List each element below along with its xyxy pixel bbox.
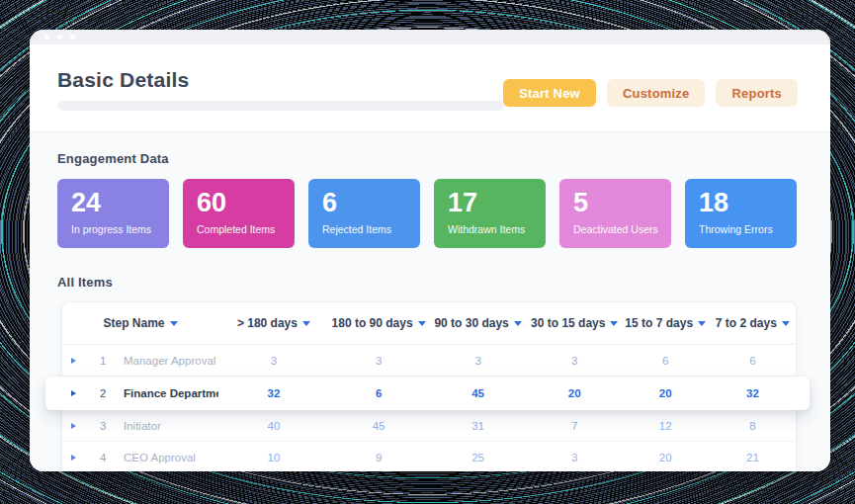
day-bucket-value: 45	[329, 420, 429, 432]
sort-chevron-icon	[418, 321, 426, 326]
stat-card-label: Throwing Errors	[699, 223, 791, 235]
all-items-table: Step Name > 180 days 180 to 90 days 90 t…	[61, 301, 797, 471]
stat-card-value: 18	[699, 190, 791, 216]
day-bucket-value: 3	[528, 452, 622, 463]
table-header-row: Step Name > 180 days 180 to 90 days 90 t…	[62, 302, 796, 345]
stat-cards: 24In progress Items60Completed Items6Rej…	[57, 179, 803, 248]
stat-card-label: Completed Items	[197, 223, 289, 235]
day-bucket-value: 20	[528, 387, 622, 399]
step-name: Finance Department	[124, 387, 218, 399]
expand-triangle-icon[interactable]	[71, 390, 76, 396]
table-row-finance-department[interactable]: 2Finance Department32645202032	[45, 377, 810, 410]
reports-button[interactable]: Reports	[716, 79, 798, 107]
sort-chevron-icon	[302, 321, 310, 326]
stat-card-label: In progress Items	[71, 223, 163, 235]
toolbar: Start New Customize Reports	[503, 79, 798, 107]
column-header-15-to-7-days[interactable]: 15 to 7 days	[622, 316, 710, 330]
row-number: 3	[100, 420, 124, 432]
day-bucket-value: 6	[329, 387, 429, 399]
expand-triangle-icon[interactable]	[71, 358, 76, 364]
column-label: > 180 days	[237, 316, 298, 330]
table-body: 1Manager Approval3333662Finance Departme…	[62, 345, 796, 471]
app-window: Basic Details Start New Customize Report…	[30, 30, 830, 471]
day-bucket-value: 7	[528, 420, 622, 432]
page-title: Basic Details	[57, 68, 189, 92]
stat-card-value: 17	[448, 190, 540, 216]
column-label: Step Name	[103, 316, 164, 330]
window-control-dot[interactable]	[57, 35, 62, 40]
stat-card-value: 5	[573, 190, 665, 216]
window-control-dot[interactable]	[44, 35, 49, 40]
day-bucket-value: 3	[218, 355, 329, 367]
table-row-ceo-approval[interactable]: 4CEO Approval1092532021	[62, 442, 796, 471]
day-bucket-value: 31	[428, 420, 527, 432]
stat-card-value: 60	[197, 190, 289, 216]
stat-card-value: 24	[71, 190, 163, 216]
sort-chevron-icon	[610, 321, 618, 326]
expand-triangle-icon[interactable]	[71, 455, 76, 461]
row-number: 4	[100, 452, 124, 463]
table-row-initiator[interactable]: 3Initiator4045317128	[62, 410, 796, 442]
stat-card-label: Rejected Items	[322, 223, 414, 235]
window-titlebar	[30, 30, 830, 44]
step-name: CEO Approval	[124, 452, 218, 463]
engagement-data-heading: Engagement Data	[57, 132, 803, 166]
row-number: 2	[100, 387, 124, 399]
stat-card-value: 6	[322, 190, 414, 216]
column-header-90-to-30-days[interactable]: 90 to 30 days	[428, 316, 527, 330]
column-label: 90 to 30 days	[434, 316, 508, 330]
page-header: Basic Details Start New Customize Report…	[30, 44, 830, 131]
day-bucket-value: 6	[710, 355, 796, 367]
customize-button[interactable]: Customize	[607, 79, 706, 107]
day-bucket-value: 3	[329, 355, 429, 367]
day-bucket-value: 25	[428, 452, 527, 463]
expand-cell	[62, 455, 100, 461]
sort-chevron-icon	[514, 321, 522, 326]
window-control-dot[interactable]	[70, 35, 75, 40]
sort-chevron-icon	[782, 321, 790, 326]
step-name: Initiator	[124, 420, 218, 432]
day-bucket-value: 20	[622, 387, 710, 399]
day-bucket-value: 40	[218, 420, 329, 432]
expand-triangle-icon[interactable]	[71, 423, 76, 429]
sort-chevron-icon	[170, 321, 178, 326]
stat-card-throwing-errors[interactable]: 18Throwing Errors	[685, 179, 797, 248]
column-header-gt-180-days[interactable]: > 180 days	[218, 316, 329, 330]
column-label: 15 to 7 days	[625, 316, 693, 330]
day-bucket-value: 45	[428, 387, 527, 399]
stat-card-completed-items[interactable]: 60Completed Items	[183, 179, 295, 248]
row-number: 1	[100, 355, 124, 367]
day-bucket-value: 32	[218, 387, 329, 399]
expand-cell	[62, 390, 100, 396]
dashboard-body: Engagement Data 24In progress Items60Com…	[30, 131, 830, 471]
expand-cell	[62, 358, 100, 364]
column-label: 180 to 90 days	[332, 316, 413, 330]
day-bucket-value: 3	[528, 355, 622, 367]
column-label: 30 to 15 days	[531, 316, 605, 330]
day-bucket-value: 12	[622, 420, 710, 432]
column-label: 7 to 2 days	[716, 316, 777, 330]
day-bucket-value: 3	[428, 355, 527, 367]
day-bucket-value: 32	[710, 387, 796, 399]
stat-card-withdrawn-items[interactable]: 17Withdrawn Items	[434, 179, 546, 248]
stat-card-label: Deactivated Users	[573, 223, 665, 235]
day-bucket-value: 21	[710, 452, 796, 463]
placeholder-bar	[57, 101, 504, 111]
column-header-180-to-90-days[interactable]: 180 to 90 days	[329, 316, 429, 330]
column-header-7-to-2-days[interactable]: 7 to 2 days	[710, 316, 796, 330]
day-bucket-value: 20	[622, 452, 710, 463]
sort-chevron-icon	[698, 321, 706, 326]
all-items-heading: All Items	[57, 275, 803, 290]
day-bucket-value: 6	[622, 355, 710, 367]
expand-cell	[62, 423, 100, 429]
stat-card-in-progress-items[interactable]: 24In progress Items	[57, 179, 169, 248]
stat-card-rejected-items[interactable]: 6Rejected Items	[308, 179, 420, 248]
column-header-step-name[interactable]: Step Name	[62, 316, 218, 330]
step-name: Manager Approval	[124, 355, 218, 367]
stat-card-label: Withdrawn Items	[448, 223, 540, 235]
column-header-30-to-15-days[interactable]: 30 to 15 days	[528, 316, 622, 330]
stat-card-deactivated-users[interactable]: 5Deactivated Users	[559, 179, 671, 248]
start-new-button[interactable]: Start New	[503, 79, 596, 107]
table-row-manager-approval[interactable]: 1Manager Approval333366	[62, 345, 796, 377]
day-bucket-value: 8	[710, 420, 796, 432]
